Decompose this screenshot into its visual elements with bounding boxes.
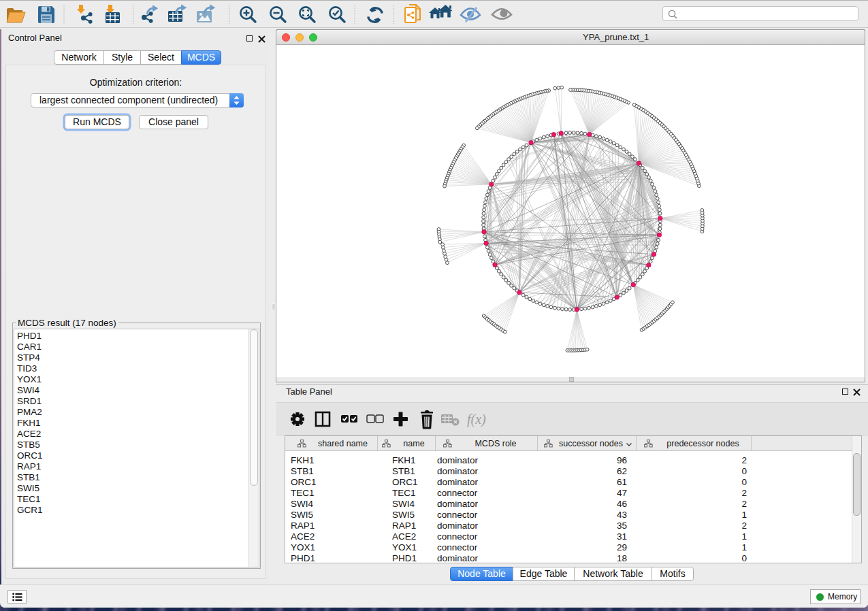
svg-text:f(x): f(x) [467, 412, 486, 427]
